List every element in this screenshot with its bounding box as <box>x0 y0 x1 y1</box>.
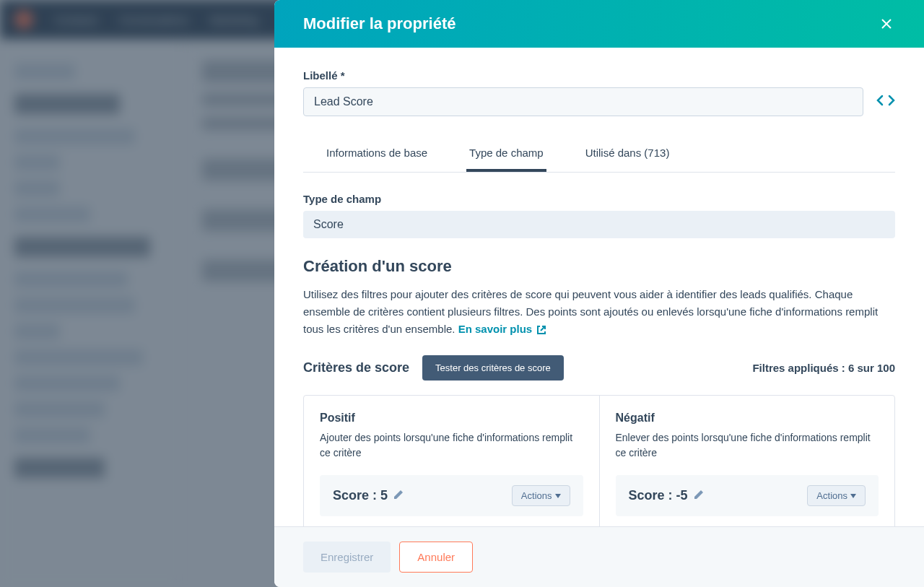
negative-actions-button[interactable]: Actions <box>807 485 866 506</box>
negative-title: Négatif <box>616 412 879 425</box>
edit-negative-score[interactable] <box>694 488 704 503</box>
panel-header: Modifier la propriété <box>274 0 924 48</box>
positive-actions-button[interactable]: Actions <box>512 485 570 506</box>
field-type-value: Score <box>303 211 895 238</box>
close-button[interactable] <box>878 15 895 32</box>
learn-more-text: En savoir plus <box>458 323 533 335</box>
negative-actions-text: Actions <box>816 490 847 501</box>
description-text: Utilisez des filtres pour ajouter des cr… <box>303 288 878 335</box>
pencil-icon <box>393 490 404 500</box>
negative-score-card: Score : -5 Actions <box>616 475 879 516</box>
save-button[interactable]: Enregistrer <box>303 542 391 573</box>
positive-description: Ajouter des points lorsqu'une fiche d'in… <box>320 430 583 461</box>
chevron-down-icon <box>850 494 856 498</box>
positive-column: Positif Ajouter des points lorsqu'une fi… <box>304 396 599 526</box>
edit-positive-score[interactable] <box>393 488 404 503</box>
code-icon <box>876 93 895 108</box>
label-field-label: Libellé * <box>303 69 863 82</box>
panel-title: Modifier la propriété <box>303 14 456 33</box>
positive-actions-text: Actions <box>521 490 552 501</box>
tabs: Informations de base Type de champ Utili… <box>303 136 895 173</box>
filters-applied-text: Filtres appliqués : 6 sur 100 <box>752 362 895 374</box>
negative-description: Enlever des points lorsqu'une fiche d'in… <box>616 430 879 461</box>
tab-used-in[interactable]: Utilisé dans (713) <box>583 136 673 172</box>
criteria-box: Positif Ajouter des points lorsqu'une fi… <box>303 395 895 526</box>
positive-title: Positif <box>320 412 583 425</box>
external-link-icon <box>536 325 546 335</box>
negative-score-value: Score : -5 <box>629 488 688 503</box>
label-input[interactable] <box>303 87 863 116</box>
tab-basic-info[interactable]: Informations de base <box>323 136 430 172</box>
field-type-label: Type de champ <box>303 193 895 205</box>
edit-property-panel: Modifier la propriété Libellé * Informat… <box>274 0 924 587</box>
code-icon-button[interactable] <box>876 93 895 116</box>
close-icon <box>879 17 894 31</box>
cancel-button[interactable]: Annuler <box>399 542 473 573</box>
positive-score-card: Score : 5 Actions <box>320 475 583 516</box>
panel-body: Libellé * Informations de base Type de c… <box>274 48 924 526</box>
positive-score-value: Score : 5 <box>333 488 388 503</box>
tab-field-type[interactable]: Type de champ <box>466 136 546 172</box>
score-creation-title: Création d'un score <box>303 257 895 276</box>
negative-column: Négatif Enlever des points lorsqu'une fi… <box>599 396 895 526</box>
criteria-title: Critères de score <box>303 360 409 375</box>
pencil-icon <box>694 490 704 500</box>
panel-footer: Enregistrer Annuler <box>274 526 924 587</box>
test-criteria-button[interactable]: Tester des critères de score <box>422 355 564 381</box>
score-creation-description: Utilisez des filtres pour ajouter des cr… <box>303 286 895 338</box>
learn-more-link[interactable]: En savoir plus <box>458 323 547 335</box>
chevron-down-icon <box>555 494 561 498</box>
